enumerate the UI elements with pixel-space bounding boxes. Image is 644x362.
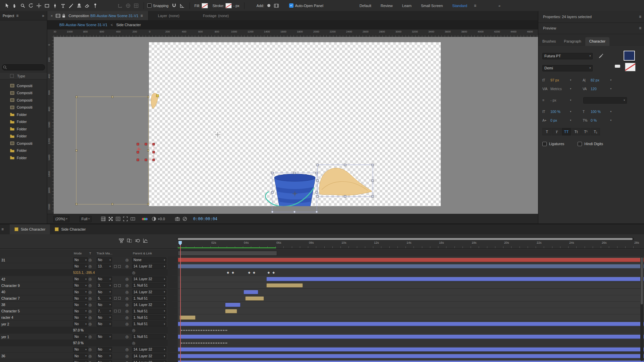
faux-style-button-4[interactable]: T¹: [581, 128, 590, 135]
tab-brushes[interactable]: Brushes: [538, 37, 560, 46]
project-item-folder[interactable]: Folder: [0, 154, 47, 161]
workspace-small-screen[interactable]: Small Screen: [421, 4, 443, 8]
layer-duration-bar[interactable]: [178, 347, 644, 352]
pick-whip-icon[interactable]: ◎: [125, 315, 130, 320]
project-item-composition[interactable]: Compositi: [0, 140, 47, 147]
layer-track[interactable]: [168, 295, 644, 302]
mode-column-header[interactable]: Mode: [74, 251, 82, 255]
layer-duration-bar[interactable]: [179, 315, 196, 320]
faux-style-button-0[interactable]: T: [542, 128, 551, 135]
font-family-dropdown[interactable]: Futura PT▾: [542, 53, 593, 59]
timeline-layer-row[interactable]: 40No▾◎No▾◎14. Layer 32▾: [0, 289, 644, 295]
font-style-dropdown[interactable]: Demi▾: [542, 65, 593, 71]
timeline-layer-row[interactable]: 31No▾◎No▾◎None▾: [0, 257, 644, 263]
layer-duration-bar[interactable]: [178, 258, 644, 262]
parent-link-dropdown[interactable]: 14. Layer 32▾: [132, 302, 166, 307]
show-snapshot-icon[interactable]: [181, 216, 189, 222]
selection-handle[interactable]: [293, 172, 296, 174]
parent-link-dropdown[interactable]: None▾: [132, 257, 166, 262]
track-matte-dropdown[interactable]: No▾: [97, 321, 112, 326]
faux-style-button-2[interactable]: TT: [562, 128, 571, 135]
horizontal-ruler[interactable]: 1200100080060040020002004006008001000120…: [54, 29, 538, 37]
layer-track[interactable]: [168, 327, 644, 334]
channel-icon[interactable]: [142, 218, 147, 220]
snap-options-icon[interactable]: [170, 2, 178, 9]
selection-handle[interactable]: [317, 180, 319, 182]
timeline-property-row[interactable]: 97.0 %◎: [0, 327, 644, 334]
layer-switches[interactable]: [114, 309, 123, 314]
trkmat-column-header[interactable]: Track Ma...: [97, 251, 112, 255]
project-columns-header[interactable]: Type: [0, 73, 47, 79]
new-comp-icon[interactable]: [272, 2, 280, 9]
composition-canvas[interactable]: [149, 42, 441, 206]
parent-link-column-header[interactable]: Parent & Link: [133, 251, 152, 255]
blend-mode-dropdown[interactable]: No▾: [73, 257, 88, 262]
selection-handle[interactable]: [153, 143, 155, 145]
toggle-switches-icon[interactable]: ◎: [89, 360, 93, 362]
pick-whip-icon[interactable]: ◎: [125, 264, 130, 269]
pick-whip-icon[interactable]: ◎: [125, 321, 130, 326]
t-column-header[interactable]: T: [89, 251, 91, 255]
layer-duration-bar[interactable]: [244, 290, 258, 294]
breadcrumb-root[interactable]: BR-Austar-New Scene 31-V1: [59, 23, 107, 27]
timeline-layer-row[interactable]: yer 2No▾◎No▾◎1. Null 51▾: [0, 321, 644, 327]
parent-link-dropdown[interactable]: 1. Null 51▾: [132, 315, 166, 320]
pick-whip-icon[interactable]: ◎: [132, 328, 137, 333]
project-item-folder[interactable]: Folder: [0, 118, 47, 125]
zoom-tool[interactable]: [19, 2, 27, 9]
layer-duration-bar[interactable]: [245, 296, 264, 301]
timeline-navigator[interactable]: [177, 238, 634, 240]
keyframe-icon[interactable]: ◆: [232, 271, 234, 274]
selection-handle[interactable]: [153, 151, 155, 153]
hindi-digits-checkbox[interactable]: [578, 142, 582, 146]
font-size-value[interactable]: 97 px▾: [550, 78, 571, 82]
layer-name[interactable]: yer 1: [1, 334, 70, 339]
footage-tab[interactable]: Footage: [203, 14, 216, 18]
pick-whip-icon[interactable]: ◎: [132, 341, 137, 346]
layer-name[interactable]: racter 4: [1, 315, 70, 320]
timeline-layer-row[interactable]: 42No▾◎No▾◎14. Layer 32▾: [0, 276, 644, 282]
selection-handle[interactable]: [372, 180, 374, 182]
layer-name[interactable]: 38: [1, 302, 70, 307]
layer-track[interactable]: [168, 308, 644, 314]
eraser-tool[interactable]: [83, 2, 91, 9]
blend-mode-dropdown[interactable]: No▾: [73, 296, 88, 301]
project-panel-overflow-icon[interactable]: »: [42, 13, 44, 18]
cloth-selection-box[interactable]: [318, 165, 373, 196]
layer-duration-bar[interactable]: [178, 264, 644, 268]
blend-mode-dropdown[interactable]: No▾: [73, 321, 88, 326]
timeline-layer-row[interactable]: No▾◎No▾◎14. Layer 32▾: [0, 346, 644, 353]
parent-link-dropdown[interactable]: 14. Layer 32▾: [132, 347, 166, 352]
toggle-switches-icon[interactable]: ◎: [89, 296, 93, 301]
workspace-standard[interactable]: Standard: [452, 4, 467, 8]
track-matte-dropdown[interactable]: No▾: [97, 257, 112, 262]
selection-handle[interactable]: [317, 195, 319, 198]
toggle-switches-icon[interactable]: ◎: [89, 302, 93, 307]
layer-track[interactable]: [168, 340, 644, 346]
layer-name[interactable]: [1, 347, 70, 352]
text-fill-color-swatch[interactable]: [624, 51, 635, 61]
viewer-panel-menu-icon[interactable]: ≡: [141, 13, 143, 18]
blend-mode-dropdown[interactable]: No▾: [73, 354, 88, 359]
layer-name[interactable]: 40: [1, 290, 70, 295]
track-matte-dropdown[interactable]: No▾: [97, 347, 112, 352]
layer-name[interactable]: Character 5: [1, 309, 70, 314]
selection-handle[interactable]: [137, 151, 139, 153]
timeline-layer-row[interactable]: Character 9No▾◎3.▾◎1. Null 51▾: [0, 282, 644, 289]
stroke-width-value[interactable]: - px▾: [550, 98, 571, 102]
toggle-switches-icon[interactable]: ◎: [89, 309, 93, 314]
layer-name[interactable]: [1, 264, 70, 269]
parent-link-dropdown[interactable]: 14. Layer 32▾: [132, 277, 166, 282]
bucket-selection-box[interactable]: [272, 173, 317, 212]
selection-handle[interactable]: [147, 96, 149, 98]
faux-style-button-1[interactable]: T: [552, 128, 561, 135]
snapping-checkbox[interactable]: [147, 3, 152, 8]
selection-handle[interactable]: [137, 159, 139, 161]
property-value[interactable]: 97.0 %: [73, 328, 123, 333]
keyframe-icon[interactable]: ◆: [227, 271, 229, 274]
stroke-swatch[interactable]: [225, 3, 232, 8]
properties-menu-icon[interactable]: ≡: [639, 14, 641, 19]
navigator-thumb[interactable]: [178, 238, 633, 240]
workspace-default[interactable]: Default: [360, 4, 371, 8]
layer-switches[interactable]: [114, 296, 123, 301]
